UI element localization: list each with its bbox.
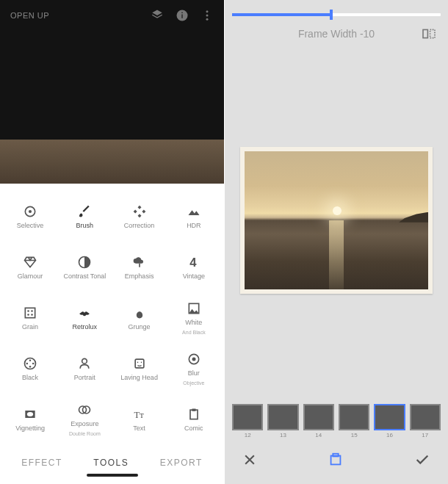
svg-text:Tт: Tт	[134, 410, 144, 420]
image-preview-strip	[0, 140, 224, 184]
frame-width-slider[interactable]	[232, 13, 441, 16]
svg-point-14	[31, 314, 33, 316]
svg-point-11	[27, 310, 29, 312]
tools-grid: Selective Brush Correction HDR Glamour	[0, 184, 224, 447]
film-reel-icon	[22, 355, 38, 372]
svg-rect-33	[192, 408, 195, 411]
tool-vintage[interactable]: 4 Vintage	[167, 242, 221, 292]
text-icon: Tт	[131, 406, 148, 422]
dice-icon	[22, 305, 38, 321]
frame-thumb-14[interactable]: 14	[303, 404, 334, 438]
tool-blur[interactable]: Blur Objective	[167, 343, 221, 394]
tool-grunge[interactable]: Grunge	[112, 292, 167, 343]
frame-thumb-12[interactable]: 12	[232, 404, 263, 438]
svg-point-18	[32, 362, 35, 364]
svg-point-28	[27, 412, 33, 416]
slider-label: Frame Width -10	[298, 28, 375, 40]
svg-rect-2	[181, 12, 183, 14]
svg-rect-22	[135, 359, 144, 368]
tool-correction[interactable]: Correction	[112, 191, 167, 242]
guitar-icon	[131, 305, 148, 321]
number-4-icon: 4	[186, 254, 202, 270]
tools-panel: Selective Brush Correction HDR Glamour	[0, 184, 224, 484]
tool-white[interactable]: White And Black	[167, 292, 221, 343]
mustache-icon	[76, 305, 93, 321]
tool-selective[interactable]: Selective	[3, 191, 57, 242]
frame-mode-button[interactable]	[328, 452, 344, 468]
more-icon[interactable]	[200, 9, 214, 22]
cloud-icon	[131, 254, 148, 270]
frame-thumb-16[interactable]: 16	[374, 404, 405, 438]
tool-portrait[interactable]: Portrait	[57, 343, 112, 394]
slider-label-row: Frame Width -10	[225, 21, 448, 41]
preview-area	[225, 41, 448, 400]
svg-point-7	[29, 209, 32, 212]
landscape-icon	[186, 203, 202, 220]
framed-image[interactable]	[240, 147, 433, 294]
person-icon	[76, 355, 93, 372]
tool-comic[interactable]: Comic	[167, 394, 221, 444]
svg-point-19	[29, 365, 32, 367]
slider-fill	[232, 13, 330, 16]
tool-vignetting[interactable]: Vignetting	[3, 394, 57, 444]
tool-brush[interactable]: Brush	[57, 191, 112, 242]
info-icon[interactable]	[176, 9, 189, 22]
svg-point-23	[137, 361, 138, 363]
open-title[interactable]: OPEN UP	[10, 11, 49, 20]
svg-point-5	[206, 18, 209, 21]
tools-screen: OPEN UP Selective	[0, 0, 224, 484]
slider-handle[interactable]	[330, 10, 333, 20]
svg-point-24	[140, 361, 142, 363]
reflection	[329, 220, 344, 289]
clipboard-icon	[186, 406, 202, 422]
header-bar: OPEN UP	[0, 0, 224, 31]
layers-icon[interactable]	[151, 9, 164, 22]
sun	[333, 206, 342, 215]
svg-point-4	[206, 15, 209, 17]
vignette-icon	[22, 406, 38, 422]
tab-effect[interactable]: EFFECT	[21, 458, 62, 468]
tool-contrast[interactable]: Contrast Tonal	[57, 242, 112, 292]
header-icons	[151, 9, 214, 22]
tab-export[interactable]: EXPORT	[160, 458, 203, 468]
svg-point-26	[192, 358, 195, 361]
bandage-icon	[131, 203, 148, 220]
tool-retrolux[interactable]: Retrolux	[57, 292, 112, 343]
frame-thumb-13[interactable]: 13	[267, 404, 298, 438]
tool-grain[interactable]: Grain	[3, 292, 57, 343]
svg-text:4: 4	[189, 255, 197, 269]
slider-area	[225, 0, 448, 21]
tool-black[interactable]: Black	[3, 343, 57, 394]
svg-rect-35	[430, 29, 435, 37]
svg-point-17	[29, 359, 32, 361]
frame-thumb-15[interactable]: 15	[339, 404, 369, 438]
svg-rect-32	[190, 410, 198, 419]
frame-strip: 12 13 14 15 16 17	[225, 400, 448, 440]
tool-exposure[interactable]: Exposure Double Room	[57, 394, 112, 444]
double-circle-icon	[76, 402, 93, 418]
cancel-button[interactable]	[242, 452, 257, 467]
tool-emphasis[interactable]: Emphasis	[112, 242, 167, 292]
frame-thumb-17[interactable]: 17	[410, 404, 441, 438]
svg-point-3	[206, 10, 209, 12]
image-icon	[186, 300, 202, 317]
confirm-button[interactable]	[414, 452, 430, 468]
svg-rect-1	[181, 15, 183, 18]
compare-icon[interactable]	[422, 28, 436, 40]
bottom-tabs: EFFECT TOOLS EXPORT	[0, 447, 224, 484]
svg-rect-10	[25, 308, 35, 317]
tool-hdr[interactable]: HDR	[167, 191, 221, 242]
tab-tools[interactable]: TOOLS	[93, 458, 129, 468]
svg-point-12	[31, 310, 33, 312]
svg-rect-34	[423, 29, 427, 37]
bottom-actions	[225, 440, 448, 484]
diamond-icon	[22, 254, 38, 270]
land	[399, 212, 428, 223]
tool-lavinghead[interactable]: Laving Head	[112, 343, 167, 394]
tab-indicator	[87, 474, 138, 477]
blur-circle-icon	[186, 351, 202, 367]
brush-icon	[76, 203, 93, 220]
tool-text[interactable]: Tт Text	[112, 394, 167, 444]
face-icon	[131, 355, 148, 372]
tool-glamour[interactable]: Glamour	[3, 242, 57, 292]
